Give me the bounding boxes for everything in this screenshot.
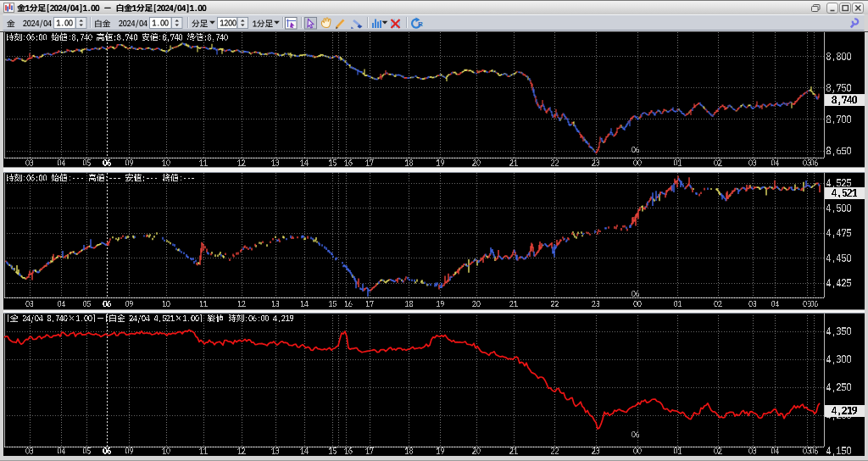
svg-text:R: R [418,20,423,28]
